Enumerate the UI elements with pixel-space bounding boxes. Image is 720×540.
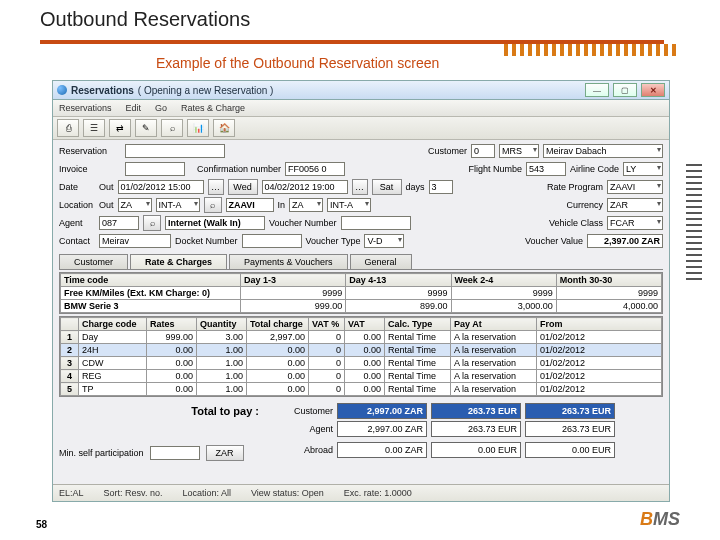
menu-rates[interactable]: Rates & Charge (181, 103, 245, 113)
lbl-total: Total to pay : (59, 405, 259, 417)
confirmation-input[interactable]: FF0056 0 (285, 162, 345, 176)
tab-customer[interactable]: Customer (59, 254, 128, 269)
dow-in: Sat (372, 179, 402, 195)
lbl-loc-out: Out (99, 200, 114, 210)
tool-home-icon[interactable]: 🏠 (213, 119, 235, 137)
charge-header: VAT (345, 318, 385, 331)
lbl-voucher-type: Voucher Type (306, 236, 361, 246)
globe-icon (57, 85, 67, 95)
airline-select[interactable]: LY (623, 162, 663, 176)
vehicle-select[interactable]: FCAR (607, 216, 663, 230)
days-input[interactable]: 3 (429, 180, 453, 194)
titlebar: Reservations ( Opening a new Reservation… (53, 81, 669, 100)
close-button[interactable]: ✕ (641, 83, 665, 97)
status-loc: Location: All (182, 488, 231, 498)
charge-header: Calc. Type (385, 318, 451, 331)
voucher-value: 2,397.00 ZAR (587, 234, 663, 248)
logo: BMS (640, 509, 680, 530)
lbl-rateprog: Rate Program (547, 182, 603, 192)
menu-edit[interactable]: Edit (126, 103, 142, 113)
slide-title: Outbound Reservations (40, 8, 250, 31)
charge-header: From (537, 318, 662, 331)
reservation-input[interactable] (125, 144, 225, 158)
customer-no-input[interactable]: 0 (471, 144, 495, 158)
invoice-input[interactable] (125, 162, 185, 176)
statusbar: EL:AL Sort: Resv. no. Location: All View… (53, 484, 669, 501)
tabstrip: Customer Rate & Charges Payments & Vouch… (59, 254, 663, 270)
charge-row[interactable]: 4REG0.001.000.0000.00Rental TimeA la res… (61, 370, 662, 383)
date-out-input[interactable]: 01/02/2012 15:00 (118, 180, 204, 194)
tab-payments[interactable]: Payments & Vouchers (229, 254, 348, 269)
form-area: Reservation Customer 0 MRS Meirav Dabach… (53, 140, 669, 461)
menu-reservations[interactable]: Reservations (59, 103, 112, 113)
tool-list-icon[interactable]: ☰ (83, 119, 105, 137)
menu-go[interactable]: Go (155, 103, 167, 113)
voucher-type-select[interactable]: V-D (364, 234, 404, 248)
lbl-contact: Contact (59, 236, 95, 246)
tot-customer-eur1: 263.73 EUR (431, 403, 521, 419)
dow-out: Wed (228, 179, 258, 195)
charge-row[interactable]: 3CDW0.001.000.0000.00Rental TimeA la res… (61, 357, 662, 370)
tab-general[interactable]: General (350, 254, 412, 269)
charge-header: Rates (147, 318, 197, 331)
menubar: Reservations Edit Go Rates & Charge (53, 100, 669, 117)
charge-row[interactable]: 5TP0.001.000.0000.00Rental TimeA la rese… (61, 383, 662, 396)
charge-header: Pay At (451, 318, 537, 331)
rateprog-select[interactable]: ZAAVI (607, 180, 663, 194)
date-in-picker-button[interactable]: … (352, 179, 368, 195)
loc-out-country[interactable]: ZA (118, 198, 152, 212)
maximize-button[interactable]: ▢ (613, 83, 637, 97)
lbl-invoice: Invoice (59, 164, 121, 174)
loc-out-lookup-button[interactable]: ⌕ (204, 197, 222, 213)
status-rate: Exc. rate: 1.0000 (344, 488, 412, 498)
lbl-minself: Min. self participation (59, 448, 144, 458)
loc-name: ZAAVI (226, 198, 274, 212)
customer-title-select[interactable]: MRS (499, 144, 539, 158)
lbl-flight: Flight Numbe (468, 164, 522, 174)
currency-select[interactable]: ZAR (607, 198, 663, 212)
date-out-picker-button[interactable]: … (208, 179, 224, 195)
minself-input[interactable] (150, 446, 200, 460)
rate-table: Time code Day 1-3 Day 4-13 Week 2-4 Mont… (59, 272, 663, 314)
charge-header (61, 318, 79, 331)
tool-edit-icon[interactable]: ✎ (135, 119, 157, 137)
decor-dots (504, 44, 680, 56)
lbl-tot-abroad: Abroad (263, 445, 333, 455)
tot-customer-eur2: 263.73 EUR (525, 403, 615, 419)
charge-header: Total charge (247, 318, 309, 331)
charge-header: Charge code (79, 318, 147, 331)
loc-in-country[interactable]: ZA (289, 198, 323, 212)
tab-rate-charges[interactable]: Rate & Charges (130, 254, 227, 269)
date-in-input[interactable]: 04/02/2012 19:00 (262, 180, 348, 194)
docket-input[interactable] (242, 234, 302, 248)
contact-input[interactable]: Meirav (99, 234, 171, 248)
tool-chart-icon[interactable]: 📊 (187, 119, 209, 137)
status-view: View status: Open (251, 488, 324, 498)
loc-in-station[interactable]: INT-A (327, 198, 371, 212)
app-window: Reservations ( Opening a new Reservation… (52, 80, 670, 502)
loc-out-station[interactable]: INT-A (156, 198, 200, 212)
tool-find-icon[interactable]: ⌕ (161, 119, 183, 137)
flight-input[interactable]: 543 (526, 162, 566, 176)
charge-row[interactable]: 224H0.001.000.0000.00Rental TimeA la res… (61, 344, 662, 357)
tool-swap-icon[interactable]: ⇄ (109, 119, 131, 137)
slide-subtitle: Example of the Outbound Reservation scre… (156, 55, 439, 71)
status-el: EL:AL (59, 488, 84, 498)
agent-input[interactable]: 087 (99, 216, 139, 230)
rate-h1: Day 1-3 (241, 274, 346, 287)
tool-save-icon[interactable]: ⎙ (57, 119, 79, 137)
lbl-days: days (406, 182, 425, 192)
agent-lookup-button[interactable]: ⌕ (143, 215, 161, 231)
charge-row[interactable]: 1Day999.003.002,997.0000.00Rental TimeA … (61, 331, 662, 344)
minimize-button[interactable]: — (585, 83, 609, 97)
rate-row[interactable]: BMW Serie 3 999.00 899.00 3,000.00 4,000… (61, 300, 662, 313)
window-title: Reservations (71, 85, 134, 96)
lbl-out: Out (99, 182, 114, 192)
rate-row[interactable]: Free KM/Miles (Ext. KM Charge: 0) 9999 9… (61, 287, 662, 300)
charge-table: Charge codeRatesQuantityTotal chargeVAT … (59, 316, 663, 397)
rate-h3: Week 2-4 (451, 274, 556, 287)
voucher-no-input[interactable] (341, 216, 411, 230)
customer-name-select[interactable]: Meirav Dabach (543, 144, 663, 158)
lbl-location: Location (59, 200, 95, 210)
lbl-agent: Agent (59, 218, 95, 228)
